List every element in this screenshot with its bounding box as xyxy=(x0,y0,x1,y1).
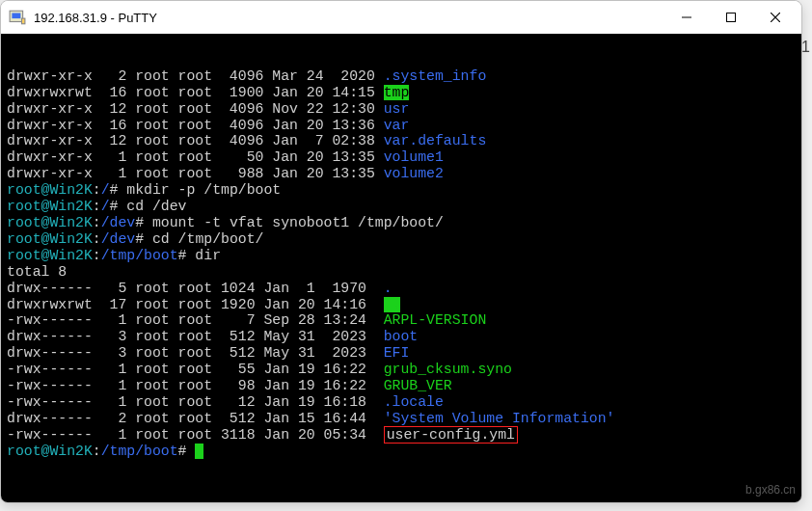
putty-icon xyxy=(9,9,26,26)
svg-rect-1 xyxy=(12,13,20,19)
cursor xyxy=(195,444,203,459)
maximize-button[interactable] xyxy=(709,3,753,32)
close-button[interactable] xyxy=(753,3,798,32)
terminal-area[interactable]: drwxr-xr-x 2 root root 4096 Mar 24 2020 … xyxy=(1,34,801,502)
svg-rect-4 xyxy=(727,13,736,22)
svg-rect-2 xyxy=(22,18,25,24)
titlebar[interactable]: 192.168.31.9 - PuTTY xyxy=(1,1,801,34)
minimize-button[interactable] xyxy=(664,3,709,32)
side-digit: 1 xyxy=(801,39,810,56)
window-title: 192.168.31.9 - PuTTY xyxy=(34,11,157,25)
watermark: b.gx86.cn xyxy=(745,482,796,498)
putty-window: 192.168.31.9 - PuTTY drwxr-xr-x 2 root r… xyxy=(0,0,802,503)
